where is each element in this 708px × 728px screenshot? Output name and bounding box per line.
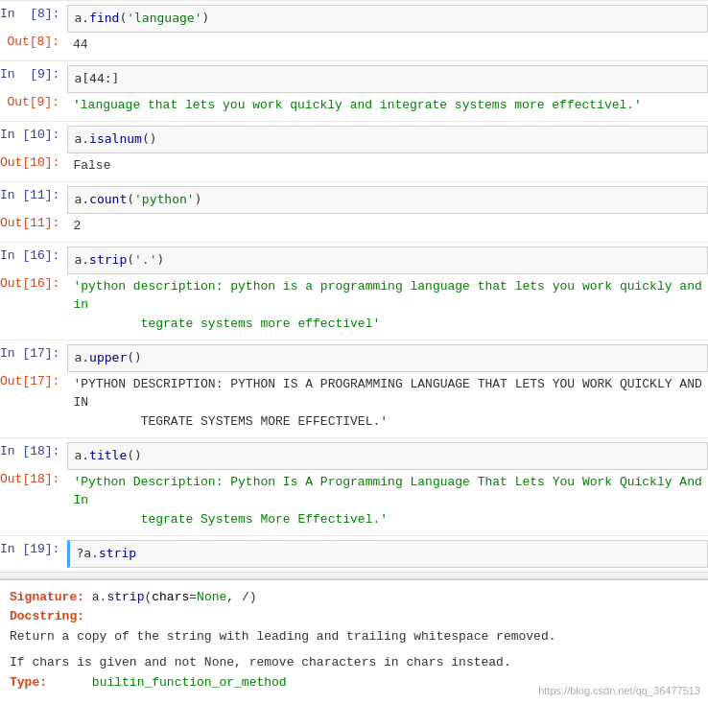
code-17[interactable]: a.upper() (67, 344, 708, 372)
divider (0, 572, 708, 579)
output-16: 'python description: python is a program… (67, 274, 708, 337)
cell-9-output: Out[9]: 'language that lets you work qui… (0, 93, 708, 118)
cell-9-input: In [9]: a[44:] (0, 65, 708, 93)
code-16[interactable]: a.strip('.') (67, 247, 708, 274)
prompt-out-18: Out[18]: (0, 470, 67, 486)
code-10[interactable]: a.isalnum() (67, 126, 708, 153)
tooltip-docstring-text: Return a copy of the string with leading… (10, 627, 698, 647)
tooltip-docstring-extra: If chars is given and not None, remove c… (10, 653, 698, 673)
output-11: 2 (67, 214, 708, 239)
cell-18: In [18]: a.title() Out[18]: 'Python Desc… (0, 437, 708, 535)
prompt-in-9: In [9]: (0, 65, 67, 82)
cell-11-output: Out[11]: 2 (0, 214, 708, 239)
cell-18-output: Out[18]: 'Python Description: Python Is … (0, 470, 708, 532)
notebook: In [8]: a.find('language') Out[8]: 44 In… (0, 0, 708, 700)
prompt-out-17: Out[17]: (0, 372, 67, 388)
output-9: 'language that lets you work quickly and… (67, 93, 708, 118)
tooltip-signature-row: Signature: a.strip(chars=None, /) (10, 588, 698, 608)
cell-11: In [11]: a.count('python') Out[11]: 2 (0, 181, 708, 242)
cell-19-input: In [19]: ?a.strip (0, 540, 708, 568)
cell-17-input: In [17]: a.upper() (0, 344, 708, 372)
output-17: 'PYTHON DESCRIPTION: PYTHON IS A PROGRAM… (67, 372, 708, 434)
output-8: 44 (67, 33, 708, 58)
cell-8-input: In [8]: a.find('language') (0, 5, 708, 33)
code-18[interactable]: a.title() (67, 442, 708, 470)
cell-10-output: Out[10]: False (0, 153, 708, 178)
code-19[interactable]: ?a.strip (67, 540, 708, 568)
cell-8: In [8]: a.find('language') Out[8]: 44 (0, 0, 708, 60)
code-8[interactable]: a.find('language') (67, 5, 708, 33)
cell-10: In [10]: a.isalnum() Out[10]: False (0, 121, 708, 181)
output-10: False (67, 153, 708, 178)
cell-11-input: In [11]: a.count('python') (0, 186, 708, 214)
watermark: https://blog.csdn.net/qq_36477513 (538, 685, 700, 696)
output-18: 'Python Description: Python Is A Program… (67, 470, 708, 532)
prompt-out-16: Out[16]: (0, 274, 67, 291)
prompt-out-9: Out[9]: (0, 93, 67, 109)
cell-19: In [19]: ?a.strip (0, 535, 708, 572)
cell-17: In [17]: a.upper() Out[17]: 'PYTHON DESC… (0, 340, 708, 437)
cell-8-output: Out[8]: 44 (0, 33, 708, 58)
prompt-out-8: Out[8]: (0, 33, 67, 49)
code-9[interactable]: a[44:] (67, 65, 708, 93)
signature-label: Signature: a.strip(chars=None, /) (10, 590, 257, 604)
code-11[interactable]: a.count('python') (67, 186, 708, 214)
cell-18-input: In [18]: a.title() (0, 442, 708, 470)
cell-9: In [9]: a[44:] Out[9]: 'language that le… (0, 60, 708, 121)
prompt-in-18: In [18]: (0, 442, 67, 458)
prompt-in-17: In [17]: (0, 344, 67, 361)
tooltip-area: Signature: a.strip(chars=None, /) Docstr… (0, 579, 708, 701)
prompt-in-16: In [16]: (0, 247, 67, 263)
prompt-out-10: Out[10]: (0, 153, 67, 170)
prompt-in-19: In [19]: (0, 540, 67, 556)
prompt-in-8: In [8]: (0, 5, 67, 21)
cell-16-input: In [16]: a.strip('.') (0, 247, 708, 274)
cell-16-output: Out[16]: 'python description: python is … (0, 274, 708, 337)
cell-16: In [16]: a.strip('.') Out[16]: 'python d… (0, 242, 708, 340)
prompt-in-11: In [11]: (0, 186, 67, 202)
tooltip-docstring-header: Docstring: (10, 607, 698, 627)
cell-10-input: In [10]: a.isalnum() (0, 126, 708, 153)
prompt-in-10: In [10]: (0, 126, 67, 142)
prompt-out-11: Out[11]: (0, 214, 67, 230)
cell-17-output: Out[17]: 'PYTHON DESCRIPTION: PYTHON IS … (0, 372, 708, 434)
